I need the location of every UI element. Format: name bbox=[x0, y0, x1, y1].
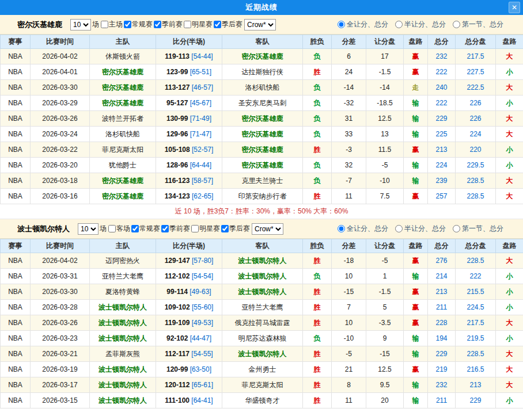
cell-win-loss: 负 bbox=[303, 80, 332, 96]
checkbox-label: 明星赛 bbox=[199, 224, 220, 234]
company-select[interactable]: Crow* bbox=[244, 19, 276, 30]
filter-checkbox[interactable]: 季前赛 bbox=[153, 20, 183, 29]
cell-handicap-line: 17 bbox=[366, 49, 404, 64]
cell-total-line: 228.5 bbox=[456, 253, 496, 269]
cell-home-team: 密尔沃基雄鹿 bbox=[90, 64, 156, 80]
column-header: 盘路 bbox=[404, 35, 428, 49]
checkbox-input[interactable] bbox=[108, 225, 116, 232]
filter-checkbox[interactable]: 明星赛 bbox=[191, 224, 220, 234]
cell-total-line: 224 bbox=[456, 127, 496, 142]
cell-total-line: 219.5 bbox=[456, 331, 496, 346]
cell-total-result: 大 bbox=[496, 253, 523, 269]
checkbox-label: 季后赛 bbox=[222, 20, 242, 29]
cell-league: NBA bbox=[1, 96, 31, 111]
cell-total-result: 小 bbox=[496, 300, 523, 315]
cell-handicap-result: 赢 bbox=[404, 362, 428, 377]
filter-checkbox[interactable]: 客场 bbox=[108, 224, 130, 234]
halftime-score: [55-60] bbox=[192, 303, 213, 311]
halftime-score: [64-44] bbox=[190, 161, 211, 169]
cell-handicap-line: 11.5 bbox=[366, 142, 404, 158]
radio-input[interactable] bbox=[453, 225, 460, 232]
column-header: 主队 bbox=[90, 35, 156, 49]
cell-total-line: 224.5 bbox=[456, 300, 496, 315]
column-header: 分差 bbox=[332, 239, 366, 253]
cell-away-team: 波士顿凯尔特人 bbox=[222, 269, 303, 284]
cell-total-line: 220 bbox=[456, 142, 496, 158]
cell-league: NBA bbox=[1, 127, 31, 142]
cell-score: 128-96 [64-44] bbox=[156, 158, 222, 173]
table-row: NBA2026-03-16密尔沃基雄鹿134-123 [62-65]印第安纳步行… bbox=[1, 189, 523, 204]
checkbox-input[interactable] bbox=[101, 21, 108, 28]
checkbox-input[interactable] bbox=[184, 21, 191, 28]
sections-container: 密尔沃基雄鹿 10 场 主场常规赛季前赛明星赛季后赛 Crow* 全让分、总分半… bbox=[0, 15, 523, 408]
checkbox-input[interactable] bbox=[221, 225, 229, 232]
radio-input[interactable] bbox=[453, 21, 460, 28]
cell-away-team: 克里夫兰骑士 bbox=[222, 173, 303, 189]
table-row: NBA2026-03-31亚特兰大老鹰112-102 [54-54]波士顿凯尔特… bbox=[1, 269, 523, 284]
cell-total-points: 194 bbox=[428, 331, 456, 346]
cell-home-team: 波特兰开拓者 bbox=[90, 111, 156, 127]
cell-win-loss: 负 bbox=[303, 269, 332, 284]
view-mode-radio[interactable]: 半让分、总分 bbox=[395, 224, 446, 234]
filter-checkbox[interactable]: 主场 bbox=[100, 20, 123, 29]
filter-checkbox[interactable]: 季后赛 bbox=[213, 20, 242, 29]
cell-league: NBA bbox=[1, 346, 31, 362]
cell-home-team: 波士顿凯尔特人 bbox=[90, 393, 156, 408]
game-count-select[interactable]: 10 bbox=[70, 19, 91, 30]
cell-win-loss: 胜 bbox=[303, 377, 332, 393]
checkbox-input[interactable] bbox=[214, 21, 221, 28]
game-count-unit: 场 bbox=[100, 224, 107, 234]
radio-input[interactable] bbox=[395, 225, 403, 232]
cell-handicap-result: 输 bbox=[404, 269, 428, 284]
cell-total-result: 小 bbox=[496, 331, 523, 346]
cell-handicap-result: 赢 bbox=[404, 253, 428, 269]
filter-checkbox[interactable]: 明星赛 bbox=[183, 20, 213, 29]
filter-checkbox[interactable]: 季前赛 bbox=[161, 224, 190, 234]
fulltime-score: 120-112 bbox=[165, 381, 190, 389]
fulltime-score: 112-117 bbox=[165, 350, 190, 358]
cell-handicap-result: 输 bbox=[404, 377, 428, 393]
fulltime-score: 129-96 bbox=[166, 130, 188, 138]
cell-league: NBA bbox=[1, 111, 31, 127]
filter-checkbox[interactable]: 季后赛 bbox=[221, 224, 250, 234]
cell-score: 120-112 [65-61] bbox=[156, 377, 222, 393]
cell-handicap-result: 赢 bbox=[404, 189, 428, 204]
filter-checkbox[interactable]: 常规赛 bbox=[123, 20, 153, 29]
company-select[interactable]: Crow* bbox=[252, 223, 283, 235]
cell-total-points: 214 bbox=[428, 269, 456, 284]
cell-total-result: 小 bbox=[496, 284, 523, 300]
checkbox-input[interactable] bbox=[161, 225, 169, 232]
cell-total-result: 大 bbox=[496, 189, 523, 204]
radio-input[interactable] bbox=[395, 21, 403, 28]
cell-score: 119-109 [49-53] bbox=[156, 315, 222, 331]
cell-score: 112-102 [54-54] bbox=[156, 269, 222, 284]
radio-input[interactable] bbox=[338, 225, 345, 232]
cell-date: 2026-04-01 bbox=[31, 64, 90, 80]
view-mode-radio[interactable]: 全让分、总分 bbox=[338, 20, 388, 29]
view-mode-radio[interactable]: 全让分、总分 bbox=[338, 224, 388, 234]
radio-input[interactable] bbox=[338, 21, 345, 28]
close-icon[interactable]: ✕ bbox=[509, 2, 520, 13]
cell-point-diff: -7 bbox=[332, 173, 366, 189]
game-count-select[interactable]: 10 bbox=[78, 223, 98, 235]
table-row: NBA2026-03-26波特兰开拓者130-99 [71-49]密尔沃基雄鹿负… bbox=[1, 111, 523, 127]
cell-win-loss: 负 bbox=[303, 96, 332, 111]
cell-handicap-result: 赢 bbox=[404, 64, 428, 80]
checkbox-input[interactable] bbox=[154, 21, 161, 28]
view-mode-radio[interactable]: 半让分、总分 bbox=[395, 20, 446, 29]
cell-away-team: 达拉斯独行侠 bbox=[222, 64, 303, 80]
cell-point-diff: 31 bbox=[332, 111, 366, 127]
view-mode-radio[interactable]: 第一节、总分 bbox=[453, 20, 503, 29]
column-header: 盘路 bbox=[404, 239, 428, 253]
filter-checkbox[interactable]: 常规赛 bbox=[131, 224, 160, 234]
cell-point-diff: 11 bbox=[332, 393, 366, 408]
cell-total-result: 小 bbox=[496, 158, 523, 173]
checkbox-input[interactable] bbox=[124, 21, 131, 28]
cell-total-result: 大 bbox=[496, 315, 523, 331]
column-header: 比赛时间 bbox=[31, 35, 90, 49]
view-mode-radio[interactable]: 第一节、总分 bbox=[453, 224, 503, 234]
checkbox-input[interactable] bbox=[191, 225, 199, 232]
checkbox-input[interactable] bbox=[131, 225, 139, 232]
cell-total-result: 大 bbox=[496, 362, 523, 377]
cell-date: 2026-03-21 bbox=[31, 346, 90, 362]
